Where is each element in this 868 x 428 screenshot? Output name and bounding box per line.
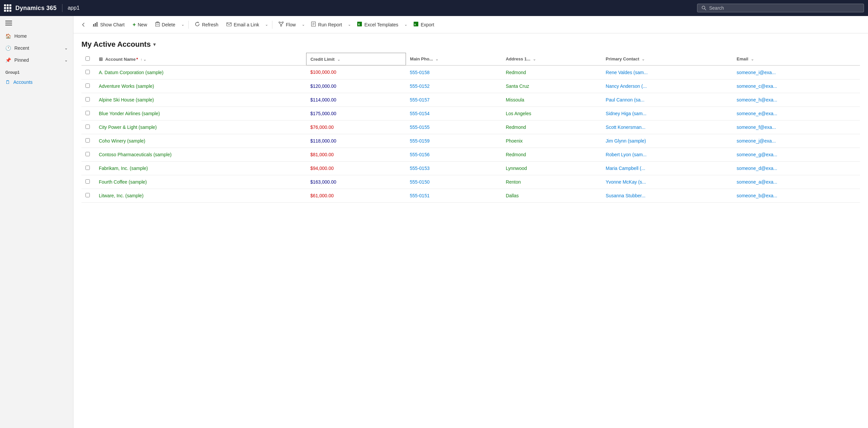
cell-account-name[interactable]: A. Datum Corporation (sample)	[95, 65, 306, 80]
contact-sort-icon[interactable]: ⌄	[642, 57, 645, 61]
export-button[interactable]: X Export	[410, 19, 437, 30]
cell-email[interactable]: someone_d@exa...	[733, 161, 860, 175]
cell-primary-contact[interactable]: Jim Glynn (sample)	[601, 134, 733, 148]
flow-button[interactable]: Flow	[275, 19, 299, 30]
account-name-link[interactable]: Contoso Pharmaceuticals (sample)	[99, 152, 172, 157]
excel-templates-button[interactable]: X Excel Templates	[353, 19, 402, 30]
sidebar-item-pinned[interactable]: 📌 Pinned ⌄	[0, 54, 73, 66]
cell-primary-contact[interactable]: Yvonne McKay (s...	[601, 175, 733, 189]
phone-sort-icon[interactable]: ⌄	[435, 57, 438, 61]
cell-primary-contact[interactable]: Sidney Higa (sam...	[601, 106, 733, 120]
cell-primary-contact[interactable]: Robert Lyon (sam...	[601, 148, 733, 161]
cell-email[interactable]: someone_i@exa...	[733, 65, 860, 80]
refresh-button[interactable]: Refresh	[191, 19, 222, 30]
delete-button[interactable]: Delete	[152, 19, 179, 30]
run-report-button[interactable]: Run Report	[307, 19, 345, 30]
sidebar-item-accounts[interactable]: 🗒 Accounts	[0, 76, 73, 88]
cell-email[interactable]: someone_h@exa...	[733, 93, 860, 106]
row-checkbox[interactable]	[86, 193, 90, 197]
row-checkbox-cell[interactable]	[82, 79, 95, 93]
row-checkbox-cell[interactable]	[82, 134, 95, 148]
credit-sort-icon[interactable]: ⌄	[337, 57, 340, 61]
cell-email[interactable]: someone_a@exa...	[733, 175, 860, 189]
cell-account-name[interactable]: Litware, Inc. (sample)	[95, 189, 306, 202]
row-checkbox[interactable]	[86, 152, 90, 156]
th-account-name[interactable]: ⊞ Account Name* ↑ ⌄	[95, 53, 306, 65]
th-email[interactable]: Email ⌄	[733, 53, 860, 65]
email-link-button[interactable]: Email a Link	[223, 20, 262, 29]
account-name-link[interactable]: Alpine Ski House (sample)	[99, 97, 154, 102]
row-checkbox[interactable]	[86, 84, 90, 88]
cell-account-name[interactable]: Alpine Ski House (sample)	[95, 93, 306, 106]
th-address[interactable]: Address 1... ⌄	[502, 53, 601, 65]
cell-primary-contact[interactable]: Nancy Anderson (...	[601, 79, 733, 93]
sidebar-item-recent[interactable]: 🕐 Recent ⌄	[0, 42, 73, 54]
account-name-link[interactable]: Adventure Works (sample)	[99, 84, 154, 89]
row-checkbox-cell[interactable]	[82, 148, 95, 161]
hamburger-menu[interactable]	[0, 16, 73, 30]
cell-primary-contact[interactable]: Susanna Stubber...	[601, 189, 733, 202]
row-checkbox-cell[interactable]	[82, 161, 95, 175]
cell-email[interactable]: someone_b@exa...	[733, 189, 860, 202]
row-checkbox[interactable]	[86, 97, 90, 101]
cell-email[interactable]: someone_c@exa...	[733, 79, 860, 93]
row-checkbox[interactable]	[86, 70, 90, 74]
show-chart-button[interactable]: Show Chart	[90, 19, 128, 30]
cell-primary-contact[interactable]: Maria Campbell (...	[601, 161, 733, 175]
row-checkbox-cell[interactable]	[82, 65, 95, 80]
cell-account-name[interactable]: City Power & Light (sample)	[95, 120, 306, 134]
cell-primary-contact[interactable]: Scott Konersman...	[601, 120, 733, 134]
row-checkbox[interactable]	[86, 165, 90, 170]
email-chevron[interactable]: ⌄	[264, 21, 270, 28]
search-input[interactable]	[709, 5, 860, 11]
th-main-phone[interactable]: Main Pho... ⌄	[406, 53, 502, 65]
cell-email[interactable]: someone_g@exa...	[733, 148, 860, 161]
cell-account-name[interactable]: Coho Winery (sample)	[95, 134, 306, 148]
account-name-link[interactable]: Blue Yonder Airlines (sample)	[99, 111, 160, 116]
back-button[interactable]	[79, 20, 88, 29]
address-sort-icon[interactable]: ⌄	[533, 57, 536, 61]
row-checkbox-cell[interactable]	[82, 120, 95, 134]
search-bar[interactable]	[697, 4, 864, 12]
apps-icon[interactable]	[4, 4, 11, 12]
excel-chevron[interactable]: ⌄	[403, 21, 409, 28]
account-name-link[interactable]: A. Datum Corporation (sample)	[99, 70, 163, 75]
account-name-link[interactable]: Litware, Inc. (sample)	[99, 193, 144, 198]
row-checkbox[interactable]	[86, 111, 90, 115]
row-checkbox-cell[interactable]	[82, 189, 95, 202]
cell-email[interactable]: someone_f@exa...	[733, 120, 860, 134]
select-all-checkbox-col[interactable]	[82, 53, 95, 65]
row-checkbox[interactable]	[86, 125, 90, 129]
cell-account-name[interactable]: Fabrikam, Inc. (sample)	[95, 161, 306, 175]
sort-asc-icon[interactable]: ↑ ⌄	[141, 57, 147, 61]
account-name-link[interactable]: Coho Winery (sample)	[99, 138, 145, 144]
view-title-chevron[interactable]: ▾	[153, 42, 156, 47]
new-button[interactable]: + New	[129, 20, 150, 30]
email-sort-icon[interactable]: ⌄	[751, 57, 754, 61]
th-primary-contact[interactable]: Primary Contact ⌄	[601, 53, 733, 65]
cell-primary-contact[interactable]: Paul Cannon (sa...	[601, 93, 733, 106]
row-checkbox-cell[interactable]	[82, 175, 95, 189]
row-checkbox-cell[interactable]	[82, 106, 95, 120]
cell-email[interactable]: someone_e@exa...	[733, 106, 860, 120]
account-name-link[interactable]: Fabrikam, Inc. (sample)	[99, 165, 148, 171]
cell-account-name[interactable]: Adventure Works (sample)	[95, 79, 306, 93]
row-checkbox[interactable]	[86, 179, 90, 184]
cell-credit-limit: $114,000.00	[306, 93, 406, 106]
account-name-link[interactable]: Fourth Coffee (sample)	[99, 179, 147, 185]
cell-account-name[interactable]: Blue Yonder Airlines (sample)	[95, 106, 306, 120]
flow-chevron[interactable]: ⌄	[301, 21, 306, 28]
cell-primary-contact[interactable]: Rene Valdes (sam...	[601, 65, 733, 80]
delete-chevron[interactable]: ⌄	[180, 21, 186, 28]
row-checkbox[interactable]	[86, 138, 90, 143]
run-report-chevron[interactable]: ⌄	[346, 21, 352, 28]
row-checkbox-cell[interactable]	[82, 93, 95, 106]
account-name-link[interactable]: City Power & Light (sample)	[99, 125, 157, 130]
cell-main-phone: 555-0157	[406, 93, 502, 106]
select-all-checkbox[interactable]	[86, 56, 90, 61]
cell-account-name[interactable]: Contoso Pharmaceuticals (sample)	[95, 148, 306, 161]
sidebar-item-home[interactable]: 🏠 Home	[0, 30, 73, 42]
th-credit-limit[interactable]: Credit Limit ⌄	[306, 53, 406, 65]
cell-account-name[interactable]: Fourth Coffee (sample)	[95, 175, 306, 189]
cell-email[interactable]: someone_j@exa...	[733, 134, 860, 148]
